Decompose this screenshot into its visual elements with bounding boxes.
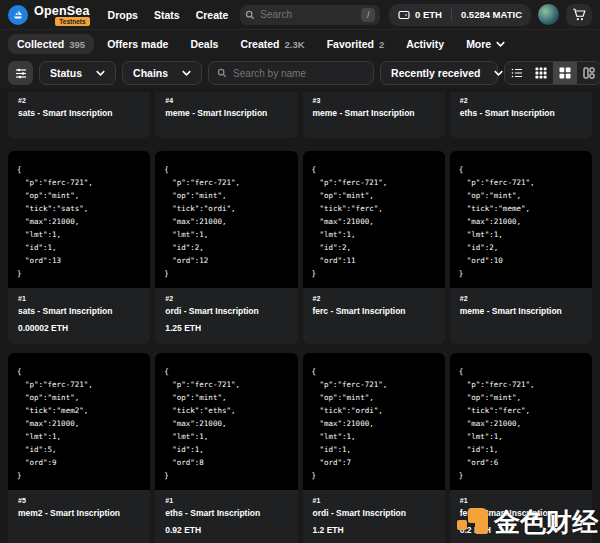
card-footer: #2 eths - Smart Inscription (450, 92, 592, 125)
card-media: {"p":"ferc-721","op":"mint","tick":"ferc… (450, 353, 592, 490)
name-search-field[interactable] (208, 61, 374, 85)
card-number: #4 (165, 97, 287, 104)
card-title: ferc - Smart Inscription (460, 508, 582, 518)
card-number: #3 (313, 97, 435, 104)
list-view-icon[interactable] (505, 62, 529, 84)
card-number: #1 (165, 497, 287, 504)
tab-created[interactable]: Created2.3K (231, 34, 313, 54)
opensea-brand[interactable]: OpenSea Testnets (8, 4, 90, 26)
tab-more[interactable]: More (457, 34, 514, 54)
nft-card[interactable]: #2 sats - Smart Inscription (8, 92, 150, 138)
card-footer: #4 meme - Smart Inscription (155, 92, 297, 125)
items-area: #2 sats - Smart Inscription #4 meme - Sm… (0, 88, 600, 543)
grid-view-icon[interactable] (553, 62, 577, 84)
inscription-json-line: { (155, 365, 297, 378)
inscription-json-line: "p":"ferc-721", (8, 176, 150, 189)
tab-count: 2 (379, 39, 384, 50)
inscription-json-line: "p":"ferc-721", (155, 176, 297, 189)
inscription-json-line: "id":2, (303, 241, 445, 254)
name-search-input[interactable] (233, 68, 365, 79)
inscription-json-line: "op":"mint", (8, 189, 150, 202)
card-media: {"p":"ferc-721","op":"mint","tick":"meme… (450, 151, 592, 288)
nft-card[interactable]: {"p":"ferc-721","op":"mint","tick":"mem2… (8, 353, 150, 543)
compact-grid-view-icon[interactable] (529, 62, 553, 84)
profile-tabs: Collected395Offers madeDealsCreated2.3KF… (0, 30, 600, 58)
search-icon (217, 68, 227, 78)
nft-card[interactable]: {"p":"ferc-721","op":"mint","tick":"ferc… (303, 151, 445, 344)
global-search[interactable]: / (240, 5, 380, 25)
card-footer: #2 meme - Smart Inscription (450, 288, 592, 323)
inscription-json-line: "ord":7 (303, 456, 445, 469)
tab-deals[interactable]: Deals (181, 34, 227, 54)
card-media: {"p":"ferc-721","op":"mint","tick":"mem2… (8, 353, 150, 490)
nft-card[interactable]: {"p":"ferc-721","op":"mint","tick":"ordi… (155, 151, 297, 344)
inscription-json-line: "op":"mint", (8, 391, 150, 404)
card-number: #2 (165, 295, 287, 302)
chevron-down-icon (494, 70, 503, 76)
inscription-json-line: "lmt":1, (8, 228, 150, 241)
inscription-json-line: "lmt":1, (155, 228, 297, 241)
card-footer: #1 sats - Smart Inscription 0.00002 ETH (8, 288, 150, 340)
view-toggle-group (504, 61, 600, 85)
sort-dropdown[interactable]: Recently received (380, 61, 498, 85)
inscription-json-line: "op":"mint", (450, 189, 592, 202)
tab-offers-made[interactable]: Offers made (98, 34, 177, 54)
card-title: sats - Smart Inscription (18, 108, 140, 118)
inscription-json-line: } (8, 267, 150, 280)
gallery-view-icon[interactable] (577, 62, 600, 84)
status-dropdown[interactable]: Status (39, 61, 116, 85)
card-number: #2 (460, 295, 582, 302)
nft-card[interactable]: #2 eths - Smart Inscription (450, 92, 592, 138)
inscription-json-line: } (8, 469, 150, 482)
nft-card[interactable]: {"p":"ferc-721","op":"mint","tick":"meme… (450, 151, 592, 344)
card-title: ferc - Smart Inscription (313, 306, 435, 316)
filter-sliders-icon (15, 68, 27, 79)
card-footer: #2 ferc - Smart Inscription (303, 288, 445, 323)
profile-avatar[interactable] (538, 4, 559, 25)
inscription-json-line: "lmt":1, (303, 228, 445, 241)
inscription-json-line: "ord":6 (450, 456, 592, 469)
wallet-balance-pill[interactable]: 0 ETH 0.5284 MATIC (389, 4, 531, 26)
inscription-json-line: "id":5, (8, 443, 150, 456)
inscription-json-line: "ord":9 (8, 456, 150, 469)
nft-card[interactable]: {"p":"ferc-721","op":"mint","tick":"eths… (155, 353, 297, 543)
inscription-json-line: "max":21000, (8, 215, 150, 228)
nav-link-drops[interactable]: Drops (108, 9, 138, 21)
card-number: #5 (18, 497, 140, 504)
card-media: {"p":"ferc-721","op":"mint","tick":"eths… (155, 353, 297, 490)
card-title: eths - Smart Inscription (165, 508, 287, 518)
inscription-json-line: "max":21000, (303, 215, 445, 228)
inscription-json-line: "max":21000, (450, 215, 592, 228)
inscription-json-line: "ord":8 (155, 456, 297, 469)
search-input[interactable] (260, 9, 356, 20)
card-title: meme - Smart Inscription (460, 306, 582, 316)
inscription-json-line: "op":"mint", (303, 391, 445, 404)
nav-link-stats[interactable]: Stats (154, 9, 180, 21)
matic-balance: 0.5284 MATIC (451, 9, 531, 20)
nft-card[interactable]: {"p":"ferc-721","op":"mint","tick":"ordi… (303, 353, 445, 543)
nft-card[interactable]: #4 meme - Smart Inscription (155, 92, 297, 138)
chevron-down-icon (96, 70, 105, 76)
card-footer: #1 ferc - Smart Inscription 0.2 ETH (450, 490, 592, 542)
filter-toggle-button[interactable] (8, 61, 33, 85)
card-footer: #5 mem2 - Smart Inscription (8, 490, 150, 525)
nft-card[interactable]: {"p":"ferc-721","op":"mint","tick":"sats… (8, 151, 150, 344)
cart-button[interactable] (566, 4, 592, 26)
inscription-json-line: "lmt":1, (450, 430, 592, 443)
card-title: eths - Smart Inscription (460, 108, 582, 118)
cart-icon (572, 8, 586, 21)
inscription-json-line: "ord":12 (155, 254, 297, 267)
nav-link-create[interactable]: Create (196, 9, 229, 21)
inscription-json-line: "tick":"meme", (450, 202, 592, 215)
nft-card[interactable]: #3 meme - Smart Inscription (303, 92, 445, 138)
tab-collected[interactable]: Collected395 (8, 34, 94, 54)
chains-dropdown[interactable]: Chains (122, 61, 202, 85)
chains-label: Chains (133, 67, 168, 79)
nft-card[interactable]: {"p":"ferc-721","op":"mint","tick":"ferc… (450, 353, 592, 543)
card-number: #2 (18, 97, 140, 104)
tab-label: Deals (190, 38, 218, 50)
tab-activity[interactable]: Activity (397, 34, 453, 54)
inscription-json-line: } (450, 469, 592, 482)
eth-balance: 0 ETH (415, 9, 442, 20)
tab-favorited[interactable]: Favorited2 (318, 34, 394, 54)
